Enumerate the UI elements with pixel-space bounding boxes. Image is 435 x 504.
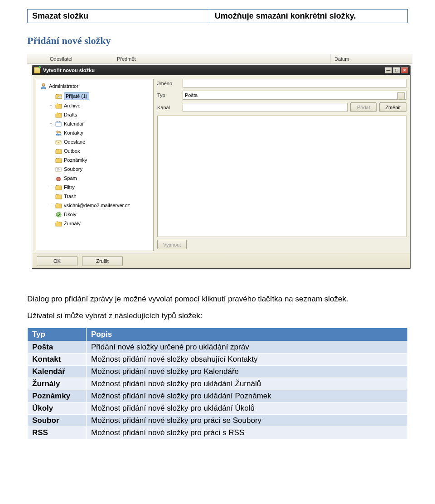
tree-item[interactable]: Úkoly xyxy=(38,210,151,219)
svg-rect-12 xyxy=(57,170,59,170)
type-cell: Žurnály xyxy=(28,378,87,390)
maximize-button[interactable]: ▢ xyxy=(393,67,400,73)
tree-item[interactable]: Trash xyxy=(38,192,151,201)
user-icon xyxy=(40,83,47,89)
tree-expander[interactable]: + xyxy=(49,184,53,191)
tree-item-label: Soubory xyxy=(64,166,82,173)
col-sender: Odesílatel xyxy=(50,56,72,62)
tree-expander[interactable]: + xyxy=(49,202,53,209)
tree-item-label: Trash xyxy=(64,193,77,200)
tree-item-label: Poznámky xyxy=(64,157,87,164)
change-button[interactable]: Změnit xyxy=(379,102,406,112)
svg-rect-3 xyxy=(56,122,61,123)
sent-icon xyxy=(55,139,62,145)
svg-point-7 xyxy=(59,131,61,133)
tree-item[interactable]: +vsichni@demo2.mailserver.cz xyxy=(38,201,151,210)
type-value: Pošta xyxy=(185,92,198,98)
tree-item-label: Filtry xyxy=(64,184,75,191)
tree-item[interactable]: Soubory xyxy=(38,165,151,174)
tree-item-label: Žurnály xyxy=(64,220,81,227)
section-heading: Přidání nové složky xyxy=(27,35,408,47)
svg-point-14 xyxy=(56,212,61,217)
folder-icon xyxy=(55,148,62,155)
tree-item[interactable]: +Filtry xyxy=(38,183,151,192)
tree-item[interactable]: Outbox xyxy=(38,147,151,155)
folder-icon xyxy=(55,103,62,109)
tree-item-label: Outbox xyxy=(64,148,80,155)
tree-root[interactable]: Administrator xyxy=(38,82,151,90)
desc-cell: Možnost přidání nové složky pro ukládání… xyxy=(87,378,408,390)
tree-item-label: vsichni@demo2.mailserver.cz xyxy=(64,202,130,209)
create-folder-dialog: Vytvořit novou složku — ▢ ✕ Administrato… xyxy=(32,65,411,269)
tree-item[interactable]: Odeslané xyxy=(38,138,151,146)
type-cell: RSS xyxy=(28,426,87,439)
calendar-icon xyxy=(55,121,62,127)
tree-item-label: Spam xyxy=(64,175,77,182)
tree-item-label: Kontakty xyxy=(64,130,83,136)
type-cell: Pošta xyxy=(28,341,87,353)
tree-root-label: Administrator xyxy=(49,83,78,89)
ok-button[interactable]: OK xyxy=(37,256,77,266)
name-input[interactable] xyxy=(183,79,406,88)
minimize-button[interactable]: — xyxy=(385,67,392,73)
folder-tree[interactable]: Administrator Přijaté (1)+ArchiveDrafts+… xyxy=(36,79,154,251)
contacts-icon xyxy=(55,130,62,136)
tree-item[interactable]: Žurnály xyxy=(38,219,151,228)
svg-point-0 xyxy=(42,83,45,86)
dialog-titlebar[interactable]: Vytvořit novou složku — ▢ ✕ xyxy=(32,65,410,75)
tasks-icon xyxy=(55,212,62,218)
folder-icon xyxy=(55,184,62,191)
mail-folder-icon xyxy=(55,93,62,100)
table-row: KontaktMožnost přidání nové složky obsah… xyxy=(28,353,408,365)
svg-rect-4 xyxy=(57,121,58,122)
top-col1: Smazat složku xyxy=(32,11,88,20)
channel-input[interactable] xyxy=(183,103,348,112)
type-cell: Úkoly xyxy=(28,402,87,414)
tree-item[interactable]: Spam xyxy=(38,174,151,183)
table-row: ŽurnályMožnost přidání nové složky pro u… xyxy=(28,378,408,390)
folder-icon xyxy=(55,221,62,227)
remove-button[interactable]: Vyjmout xyxy=(157,240,187,249)
th-desc: Popis xyxy=(87,328,408,341)
tree-item[interactable]: Přijaté (1) xyxy=(38,92,151,101)
dialog-title: Vytvořit novou složku xyxy=(43,68,384,73)
top-definition-table: Smazat složku Umožňuje smazání konkrétní… xyxy=(27,9,408,23)
top-col2: Umožňuje smazání konkrétní složky. xyxy=(215,11,356,20)
svg-point-6 xyxy=(57,131,58,132)
tree-item-label: Drafts xyxy=(64,111,77,118)
table-row: PoznámkyMožnost přidání nové složky pro … xyxy=(28,390,408,402)
tree-expander[interactable]: + xyxy=(49,102,53,109)
table-row: KalendářMožnost přidání nové složky pro … xyxy=(28,365,408,378)
type-cell: Soubor xyxy=(28,414,87,426)
message-grid-header: Odesílatel Předmět Datum xyxy=(27,54,412,64)
folder-icon xyxy=(55,112,62,118)
tree-expander[interactable]: + xyxy=(49,121,53,127)
tree-item[interactable]: Drafts xyxy=(38,111,151,119)
type-cell: Kalendář xyxy=(28,365,87,378)
tree-item[interactable]: +Archive xyxy=(38,102,151,110)
col-date: Datum xyxy=(334,56,349,62)
close-button[interactable]: ✕ xyxy=(401,67,408,73)
desc-cell: Možnost přidání nové složky pro práci se… xyxy=(87,414,408,426)
add-button[interactable]: Přidat xyxy=(350,102,377,112)
svg-rect-8 xyxy=(56,141,61,144)
desc-cell: Možnost přidání nové složky obsahující K… xyxy=(87,353,408,365)
tree-item-label: Přijaté (1) xyxy=(64,92,89,100)
type-label: Typ xyxy=(157,92,180,98)
type-select[interactable]: Pošta xyxy=(183,91,406,100)
folder-types-table: Typ Popis PoštaPřidání nové složky určen… xyxy=(27,328,408,439)
desc-cell: Přidání nové složky určené pro ukládání … xyxy=(87,341,408,353)
tree-item[interactable]: Poznámky xyxy=(38,156,151,165)
channel-label: Kanál xyxy=(157,105,180,110)
dialog-screenshot: Odesílatel Předmět Datum Vytvořit novou … xyxy=(27,54,412,281)
channel-list[interactable] xyxy=(157,116,406,237)
tree-item-label: Úkoly xyxy=(64,211,77,218)
tree-item[interactable]: +Kalendář xyxy=(38,120,151,128)
cancel-button[interactable]: Zrušit xyxy=(82,256,123,266)
type-cell: Kontakt xyxy=(28,353,87,365)
col-subject: Předmět xyxy=(117,56,136,62)
folder-icon xyxy=(55,157,62,164)
tree-item[interactable]: Kontakty xyxy=(38,129,151,137)
tree-item-label: Odeslané xyxy=(64,139,85,145)
svg-rect-11 xyxy=(57,169,60,170)
